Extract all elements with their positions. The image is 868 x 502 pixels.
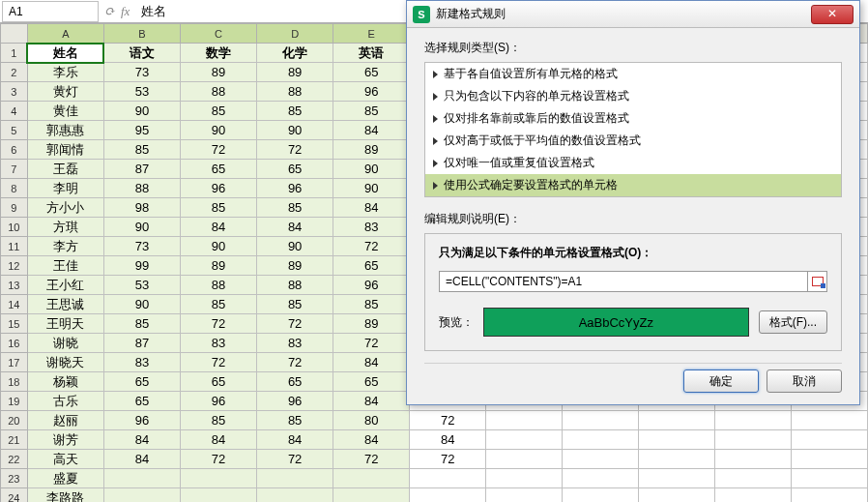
cell[interactable]: 83 [103, 353, 180, 372]
row-header[interactable]: 15 [1, 314, 28, 334]
cell[interactable]: 89 [180, 256, 256, 276]
cell[interactable]: 72 [333, 450, 410, 469]
cell[interactable]: 88 [103, 179, 180, 198]
row-header[interactable]: 4 [1, 102, 28, 121]
row-header[interactable]: 24 [1, 488, 28, 503]
cell[interactable]: 90 [257, 237, 333, 256]
cell[interactable] [639, 488, 715, 503]
cell[interactable]: 65 [103, 372, 180, 392]
cancel-button[interactable]: 取消 [767, 369, 842, 393]
row-header[interactable]: 16 [1, 334, 28, 353]
cell[interactable]: 盛夏 [27, 469, 103, 488]
cell[interactable]: 96 [257, 392, 333, 411]
cell[interactable]: 96 [333, 276, 410, 295]
col-header[interactable]: D [257, 24, 333, 44]
cell[interactable]: 84 [333, 430, 410, 450]
cell[interactable]: 84 [257, 430, 333, 450]
cell[interactable]: 王佳 [27, 256, 103, 276]
cell[interactable] [715, 450, 792, 469]
close-button[interactable]: ✕ [811, 5, 854, 24]
row-header[interactable]: 19 [1, 392, 28, 411]
row-header[interactable]: 12 [1, 256, 28, 276]
col-header[interactable]: C [180, 24, 256, 44]
cell[interactable]: 84 [333, 392, 410, 411]
cell[interactable] [639, 450, 715, 469]
fx-label[interactable]: fx [121, 4, 130, 19]
cell[interactable]: 杨颖 [27, 372, 103, 392]
cell[interactable] [563, 450, 639, 469]
cell[interactable]: 73 [103, 63, 180, 82]
cell[interactable]: 王磊 [27, 160, 103, 179]
rule-type-item[interactable]: 仅对高于或低于平均值的数值设置格式 [425, 130, 841, 152]
cell[interactable]: 65 [257, 160, 333, 179]
cell[interactable]: 郭惠惠 [27, 121, 103, 140]
cell[interactable]: 90 [180, 121, 256, 140]
cell[interactable]: 李乐 [27, 63, 103, 82]
cell[interactable]: 65 [333, 256, 410, 276]
cell[interactable] [791, 469, 867, 488]
cell[interactable]: 姓名 [27, 44, 103, 63]
cell[interactable]: 65 [257, 372, 333, 392]
cell[interactable]: 85 [333, 102, 410, 121]
cell[interactable]: 85 [103, 140, 180, 160]
cell[interactable]: 72 [257, 353, 333, 372]
cell[interactable]: 黄灯 [27, 82, 103, 102]
cell[interactable]: 65 [180, 160, 256, 179]
cell[interactable]: 73 [103, 237, 180, 256]
cell[interactable]: 72 [257, 314, 333, 334]
cell[interactable] [791, 430, 867, 450]
cell[interactable]: 李路路 [27, 488, 103, 503]
cell[interactable]: 96 [257, 179, 333, 198]
col-header[interactable]: B [103, 24, 180, 44]
cell[interactable]: 古乐 [27, 392, 103, 411]
cell[interactable]: 85 [257, 102, 333, 121]
cell[interactable]: 88 [180, 82, 256, 102]
row-header[interactable]: 20 [1, 411, 28, 430]
row-header[interactable]: 7 [1, 160, 28, 179]
cell[interactable]: 53 [103, 276, 180, 295]
cell[interactable]: 方琪 [27, 218, 103, 237]
cell[interactable]: 87 [103, 160, 180, 179]
row-header[interactable]: 23 [1, 469, 28, 488]
cell[interactable]: 96 [103, 411, 180, 430]
row-header[interactable]: 10 [1, 218, 28, 237]
cell[interactable] [791, 488, 867, 503]
cell[interactable]: 数学 [180, 44, 256, 63]
cell[interactable]: 王小红 [27, 276, 103, 295]
row-header[interactable]: 8 [1, 179, 28, 198]
cell[interactable]: 65 [333, 63, 410, 82]
name-box[interactable]: A1 [2, 1, 99, 22]
cell[interactable]: 85 [180, 198, 256, 218]
cell[interactable] [639, 430, 715, 450]
cell[interactable]: 84 [333, 121, 410, 140]
cell[interactable]: 89 [257, 63, 333, 82]
cell[interactable]: 83 [257, 334, 333, 353]
cell[interactable] [486, 411, 563, 430]
cell[interactable]: 65 [180, 372, 256, 392]
cell[interactable]: 85 [333, 295, 410, 314]
formula-input[interactable] [439, 271, 808, 292]
cell[interactable]: 85 [257, 198, 333, 218]
range-picker-button[interactable] [808, 271, 827, 292]
rule-type-item[interactable]: 仅对唯一值或重复值设置格式 [425, 152, 841, 174]
cell[interactable] [257, 488, 333, 503]
cell[interactable]: 72 [180, 140, 256, 160]
cell[interactable]: 谢晓天 [27, 353, 103, 372]
cell[interactable]: 谢芳 [27, 430, 103, 450]
cell[interactable]: 95 [103, 121, 180, 140]
cell[interactable]: 84 [257, 218, 333, 237]
col-header[interactable]: A [27, 24, 103, 44]
rule-type-item[interactable]: 使用公式确定要设置格式的单元格 [425, 174, 841, 196]
cell[interactable]: 96 [333, 82, 410, 102]
cell[interactable] [103, 469, 180, 488]
rule-type-item[interactable]: 基于各自值设置所有单元格的格式 [425, 63, 841, 85]
cell[interactable]: 65 [103, 392, 180, 411]
cell[interactable] [715, 430, 792, 450]
ok-button[interactable]: 确定 [683, 369, 759, 393]
cell[interactable] [180, 469, 256, 488]
cell[interactable]: 84 [180, 430, 256, 450]
row-header[interactable]: 1 [1, 44, 28, 63]
cell[interactable]: 96 [180, 392, 256, 411]
row-header[interactable]: 13 [1, 276, 28, 295]
cell[interactable]: 87 [103, 334, 180, 353]
